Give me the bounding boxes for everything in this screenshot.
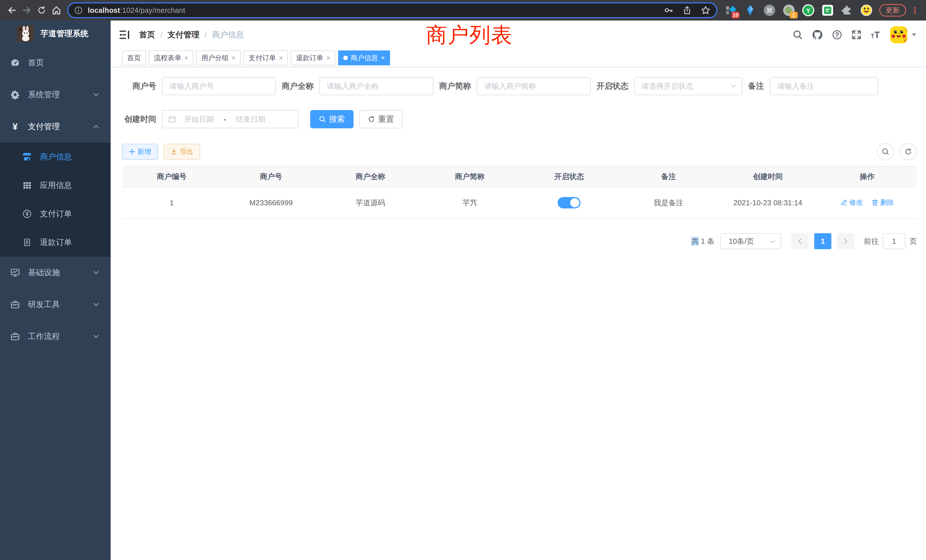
ext-status-icon[interactable]: 1	[783, 4, 795, 16]
goto-page-input[interactable]	[883, 233, 905, 249]
ext-command-icon[interactable]: ⌘	[764, 4, 775, 16]
sidebar-item-label: 基础设施	[28, 267, 93, 278]
status-select[interactable]: 请选择开启状态	[634, 77, 742, 95]
breadcrumb: 首页 / 支付管理 / 商户信息	[139, 29, 244, 40]
monitor-icon	[10, 268, 20, 277]
breadcrumb-current: 商户信息	[212, 29, 244, 40]
ext-y-icon[interactable]: Y	[802, 4, 814, 16]
cell-actions: 修改 删除	[818, 187, 917, 219]
page-size-select[interactable]: 10条/页	[720, 233, 781, 249]
ext-badge: 10	[732, 12, 740, 18]
tab-merchant-info[interactable]: 商户信息×	[338, 50, 390, 65]
tab-refund-order[interactable]: 退款订单×	[291, 50, 335, 65]
sidebar-item-dev-tools[interactable]: 研发工具	[0, 289, 110, 321]
sidebar-item-home[interactable]: 首页	[0, 47, 110, 79]
filter-row-2: 创建时间 开始日期 - 结束日期 搜索	[122, 110, 917, 128]
svg-text:Y: Y	[806, 7, 810, 14]
close-icon[interactable]: ×	[232, 54, 236, 61]
sidebar-item-system[interactable]: 系统管理	[0, 79, 110, 110]
back-icon[interactable]	[5, 3, 20, 18]
export-button[interactable]: 导出	[163, 144, 200, 160]
chevron-down-icon	[730, 83, 737, 89]
page-number[interactable]: 1	[814, 233, 831, 249]
start-date-placeholder[interactable]: 开始日期	[184, 114, 214, 124]
full-name-input[interactable]	[319, 77, 433, 95]
fullscreen-icon[interactable]	[847, 30, 866, 40]
reset-button[interactable]: 重置	[359, 110, 402, 128]
short-name-input[interactable]	[477, 77, 591, 95]
update-button[interactable]: 更新	[879, 4, 906, 17]
search-icon[interactable]	[788, 30, 807, 40]
merchant-table: 商户编号 商户号 商户全称 商户简称 开启状态 备注 创建时间 操作 1	[122, 166, 917, 219]
sidebar-item-workflow[interactable]: 工作流程	[0, 321, 110, 353]
user-avatar[interactable]	[890, 26, 907, 43]
tab-pay-order[interactable]: 支付订单×	[244, 50, 288, 65]
breadcrumb-home[interactable]: 首页	[139, 29, 155, 40]
breadcrumb-pay[interactable]: 支付管理	[168, 29, 200, 40]
svg-text:⌘: ⌘	[766, 6, 773, 15]
sidebar-item-pay[interactable]: ¥ 支付管理	[0, 110, 110, 142]
ext-badge: 1	[790, 12, 798, 18]
close-icon[interactable]: ×	[326, 54, 330, 61]
font-size-icon[interactable]: TT	[866, 30, 884, 40]
github-icon[interactable]	[807, 29, 828, 40]
next-page-icon[interactable]	[837, 233, 854, 249]
password-key-icon[interactable]	[664, 5, 673, 15]
browser-menu-icon[interactable]: ⋮	[911, 5, 920, 15]
close-icon[interactable]: ×	[184, 54, 188, 61]
tab-process-form[interactable]: 流程表单×	[149, 50, 193, 65]
add-button[interactable]: 新增	[122, 144, 158, 160]
forward-icon[interactable]	[20, 3, 34, 18]
extensions-puzzle-icon[interactable]	[841, 4, 853, 16]
grid-icon	[22, 180, 32, 190]
app-logo[interactable]: 芋道管理系统	[0, 21, 110, 47]
status-toggle[interactable]	[558, 197, 581, 209]
site-info-icon[interactable]	[74, 6, 83, 15]
hamburger-icon[interactable]	[119, 29, 130, 41]
cell-created-at: 2021-10-23 08:31:14	[718, 187, 818, 219]
total-count: 共 1 条	[691, 236, 714, 246]
remark-input[interactable]	[770, 77, 878, 95]
home-icon[interactable]	[49, 3, 64, 18]
end-date-placeholder[interactable]: 结束日期	[236, 114, 265, 124]
delete-link[interactable]: 删除	[872, 198, 894, 207]
ext-workspace-icon[interactable]: 10	[725, 4, 737, 16]
document-icon	[22, 238, 32, 247]
sidebar-item-app-info[interactable]: 应用信息	[0, 171, 110, 200]
close-icon[interactable]: ×	[381, 54, 385, 61]
edit-link[interactable]: 修改	[840, 198, 863, 207]
share-icon[interactable]	[682, 6, 691, 15]
cell-status	[519, 187, 619, 219]
field-label: 创建时间	[122, 114, 162, 125]
refresh-icon[interactable]	[900, 143, 917, 160]
toggle-search-icon[interactable]	[877, 143, 894, 160]
search-button[interactable]: 搜索	[310, 110, 354, 128]
breadcrumb-separator: /	[205, 30, 207, 39]
url-text: localhost:1024/pay/merchant	[88, 6, 185, 15]
help-icon[interactable]	[828, 30, 847, 40]
ext-kite-icon[interactable]	[744, 4, 756, 16]
goto-suffix: 页	[909, 236, 917, 246]
sidebar-submenu-pay: 商户信息 应用信息 支付订单	[0, 142, 110, 257]
sidebar-item-pay-order[interactable]: 支付订单	[0, 200, 110, 228]
cell-remark: 我是备注	[619, 187, 719, 219]
close-icon[interactable]: ×	[279, 54, 283, 61]
sidebar-item-label: 首页	[28, 57, 99, 68]
sidebar-item-merchant-info[interactable]: 商户信息	[0, 142, 110, 171]
sidebar-item-infra[interactable]: 基础设施	[0, 257, 110, 289]
reload-icon[interactable]	[34, 3, 49, 18]
toggle-knob	[570, 198, 580, 207]
date-range-picker[interactable]: 开始日期 - 结束日期	[162, 110, 299, 128]
profile-avatar[interactable]	[861, 4, 872, 16]
bookmark-star-icon[interactable]	[701, 5, 710, 15]
tab-user-group[interactable]: 用户分组×	[196, 50, 241, 65]
ext-notes-icon[interactable]	[822, 4, 834, 16]
sidebar-item-label: 工作流程	[28, 331, 93, 342]
prev-page-icon[interactable]	[791, 233, 808, 249]
sidebar-item-refund-order[interactable]: 退款订单	[0, 228, 110, 257]
caret-down-icon[interactable]	[912, 33, 916, 36]
merchant-no-input[interactable]	[162, 77, 276, 95]
chevron-down-icon	[93, 92, 99, 98]
address-bar[interactable]: localhost:1024/pay/merchant	[67, 2, 717, 18]
tab-home[interactable]: 首页	[122, 50, 146, 65]
